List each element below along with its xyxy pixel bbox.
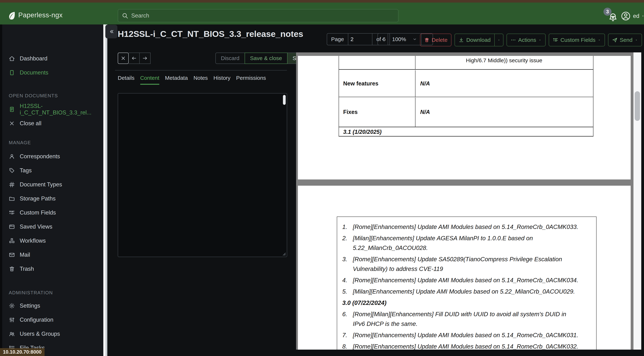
textarea-scrollbar-thumb[interactable] [283,95,286,105]
sidebar-item-label: Saved Views [20,224,52,230]
content-line [123,113,276,121]
content-line [123,240,276,248]
sidebar-item-label: Correspondents [20,153,60,160]
content-line [123,224,276,232]
notifications-button[interactable]: 3 [606,10,618,23]
username: ed [633,13,639,19]
sidebar-collapse-button[interactable] [105,25,117,38]
tab-details[interactable]: Details [118,75,134,85]
trash-icon [9,266,15,272]
content-line [123,160,276,168]
sidebar-item-mail[interactable]: Mail [0,248,102,262]
arrow-left-icon [131,56,137,61]
search-input[interactable] [131,12,394,19]
sidebar-item-label: Workflows [20,238,46,244]
file-text-icon [9,106,15,112]
chevrons-left-icon [108,28,114,35]
release-note-rome-enhancements-update-sa50289-tianoco: 3. [Rome][Enhancements] Update SA50289(T… [342,254,589,274]
sidebar-item-label: Trash [20,266,34,272]
next-document-button[interactable] [140,52,150,64]
sidebar-item-saved-views[interactable]: Saved Views [0,220,102,234]
discard-button[interactable]: Discard [216,53,244,64]
tab-history[interactable]: History [214,75,230,85]
sidebar-item-label: Configuration [20,316,53,323]
sidebar-item-correspondents[interactable]: Correspondents [0,149,102,164]
tab-content[interactable]: Content [140,75,159,85]
download-dropdown-toggle[interactable] [494,34,503,46]
tab-notes[interactable]: Notes [194,75,208,85]
sidebar-item-trash[interactable]: Trash [0,262,102,276]
global-search[interactable] [118,9,398,22]
preview-scrollbar[interactable] [634,52,641,350]
list-text: [Rome][Enhancements] Update AMI Modules … [353,330,579,340]
list-number: 5. [342,287,353,296]
sidebar-item-users-groups[interactable]: Users & Groups [0,327,102,341]
sidebar-item-document-types[interactable]: Document Types [0,178,102,192]
pdf-page-2: High/6.7 Middle)) security issue New fea… [298,56,631,180]
custom-fields-button[interactable]: Custom Fields [549,34,605,46]
tab-permissions[interactable]: Permissions [236,75,266,85]
list-text: [Milan][Enhancements] Update AGESA Milan… [353,233,579,253]
document-nav-buttons [118,52,150,64]
download-split-button: Download [454,34,503,46]
sidebar-item-label: Custom Fields [20,210,56,216]
page-number-input[interactable] [350,36,370,42]
app-name[interactable]: Paperless-ngx [18,11,62,19]
sidebar-item-custom-fields[interactable]: Custom Fields [0,206,102,220]
release-note-rome-enhancements-update-ami-modules-bas: 8. [Rome][Enhancements] Update AMI Modul… [342,342,589,350]
sidebar-item-label: Documents [20,69,48,76]
hash-icon [9,182,15,188]
content-textarea[interactable] [118,93,287,257]
app-header: Paperless-ngx 3 ed [0,2,644,24]
fields-icon [9,210,15,216]
arrow-right-icon [142,56,148,61]
list-number: 7. [342,330,353,340]
download-button[interactable]: Download [455,34,494,46]
ellipsis-icon [510,37,516,43]
page-label: Page [327,34,348,45]
send-button[interactable]: Send [608,34,642,46]
preview-scrollbar-thumb[interactable] [635,91,640,121]
sidebar-item-workflows[interactable]: Workflows [0,234,102,248]
actions-dropdown-button[interactable]: Actions [506,34,546,46]
list-text: [Milan][Enhancements] Update AMI Modules… [353,287,579,296]
table-row: Fixes N/A [339,98,593,127]
list-text: 3.0 (07/22/2024) [342,298,568,308]
sidebar-item-settings[interactable]: Settings [0,299,102,313]
sidebar-item-documents[interactable]: Documents [0,66,102,80]
open-document-close-all[interactable]: Close all [0,116,102,130]
list-text: [Rome][Enhancements] Update AMI Modules … [353,222,579,232]
content-line [123,152,276,160]
list-number: 8. [342,342,353,350]
table-cell-value: N/A [420,109,430,116]
release-notes-table: High/6.7 Middle)) security issue New fea… [338,56,594,136]
sidebar-item-tags[interactable]: Tags [0,164,102,178]
content-line [123,97,276,105]
list-number: 6. [342,309,353,328]
tab-metadata[interactable]: Metadata [165,75,188,85]
zoom-out-button[interactable]: - [378,34,388,45]
zoom-level-select[interactable]: 100% [388,34,421,45]
previous-document-button[interactable] [129,52,140,64]
sidebar-item-configuration[interactable]: Configuration [0,313,102,327]
sidebar-item-label: Document Types [20,181,62,188]
close-document-button[interactable] [118,52,129,64]
open-document-h12ssl-i-c-ct-nt-bios-3-3-rel[interactable]: H12SSL-i_C_CT_NT_BIOS_3.3_rel... [0,102,102,116]
avatar[interactable] [621,11,630,21]
sidebar-item-label: H12SSL-i_C_CT_NT_BIOS_3.3_rel... [20,103,102,116]
sidebar-scrollbar[interactable] [103,24,107,356]
sidebar-item-storage-paths[interactable]: Storage Paths [0,192,102,206]
resize-handle-icon[interactable] [282,252,286,256]
user-menu[interactable]: ed [633,13,644,19]
content-line [123,105,276,113]
save-and-close-button[interactable]: Save & close [244,52,288,64]
home-icon [9,56,15,62]
section-manage: MANAGE [9,140,31,146]
document-title: H12SSL-i_C_CT_NT_BIOS_3.3_release_notes [118,29,322,39]
delete-button[interactable]: Delete [420,34,452,46]
content-line [123,136,276,144]
trash-icon [424,37,430,43]
pdf-page-3: 1. [Rome][Enhancements] Update AMI Modul… [298,186,631,350]
sidebar-item-dashboard[interactable]: Dashboard [0,52,102,66]
release-notes-list: 1. [Rome][Enhancements] Update AMI Modul… [337,216,596,350]
